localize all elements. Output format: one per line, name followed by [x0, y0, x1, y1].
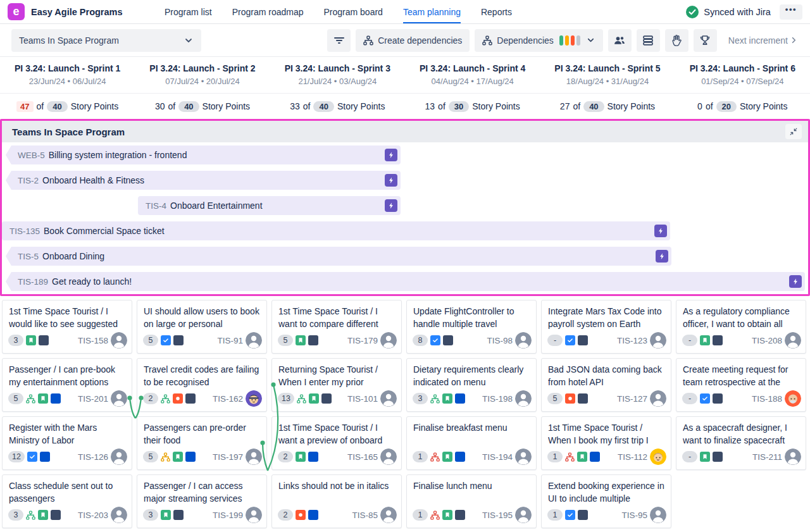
- issue-card[interactable]: 1st Time Space Tourist / I would like to…: [2, 300, 132, 354]
- issue-key: TIS-203: [78, 510, 108, 520]
- avatar[interactable]: [515, 448, 532, 465]
- issue-card[interactable]: Bad JSON data coming back from hotel API…: [541, 358, 671, 412]
- issue-card[interactable]: Integrate Mars Tax Code into payroll sys…: [541, 300, 671, 354]
- program-select[interactable]: Teams In Space Program: [11, 29, 201, 52]
- issue-card[interactable]: Passengers can pre-order their food5TIS-…: [137, 416, 267, 470]
- estimate-badge: 1: [547, 451, 563, 462]
- avatar[interactable]: [515, 507, 532, 523]
- issue-card[interactable]: Passenger / I can access major streaming…: [137, 474, 267, 528]
- issue-card-title: UI should allow users to book on large o…: [144, 306, 260, 330]
- avatar-image: [650, 507, 666, 523]
- program-bar[interactable]: TIS-2Onboard Health & Fitness: [6, 171, 401, 190]
- program-bar[interactable]: TIS-4Onboard Entertainment: [138, 196, 401, 215]
- issue-card[interactable]: Register with the Mars Ministry of Labor…: [2, 416, 132, 470]
- avatar[interactable]: [246, 507, 262, 523]
- issue-card[interactable]: As a spacecraft designer, I want to fina…: [676, 416, 806, 470]
- issue-card-footer: 2TIS-165: [278, 448, 397, 465]
- avatar[interactable]: [380, 390, 397, 407]
- dependency-icon: [161, 452, 170, 462]
- swimlanes-button[interactable]: [637, 29, 660, 52]
- issue-card[interactable]: 1st Time Space Tourist / I want a previe…: [271, 416, 402, 470]
- create-dependencies-button[interactable]: Create dependencies: [356, 29, 470, 52]
- avatar[interactable]: [650, 332, 666, 349]
- tab-program-roadmap[interactable]: Program roadmap: [232, 0, 304, 23]
- program-bar[interactable]: WEB-5Billing system integration - fronte…: [6, 145, 401, 164]
- issue-card[interactable]: Finalise breakfast menu1TIS-194: [406, 416, 537, 470]
- story-glyph: [444, 512, 451, 518]
- avatar[interactable]: [515, 332, 532, 349]
- issue-card-footer: 5TIS-201: [8, 390, 127, 407]
- issue-card-footer: 1TIS-112: [547, 448, 666, 465]
- issue-card[interactable]: Travel credit codes are failing to be re…: [137, 358, 267, 412]
- avatar[interactable]: [785, 332, 801, 349]
- avatar[interactable]: [380, 332, 397, 349]
- dependencies-button[interactable]: Dependencies: [475, 29, 603, 52]
- sprint-header[interactable]: PI 3.24: Launch - Sprint 321/Jul/24 • 03…: [270, 57, 405, 93]
- avatar[interactable]: [111, 390, 127, 407]
- filter-button[interactable]: [327, 29, 351, 52]
- sprint-header[interactable]: PI 3.24: Launch - Sprint 404/Aug/24 • 17…: [405, 57, 540, 93]
- issue-card[interactable]: Links should not be in italics2TIS-85: [271, 474, 402, 528]
- issue-card-title: Passengers can pre-order their food: [144, 422, 260, 447]
- sitemap-icon: [161, 394, 170, 404]
- next-increment-label: Next increment: [728, 35, 788, 46]
- next-increment-link[interactable]: Next increment: [728, 35, 799, 46]
- issue-card[interactable]: UI should allow users to book on large o…: [137, 300, 267, 354]
- sprint-column: As a regulatory compliance officer, I wa…: [676, 300, 806, 528]
- issue-card[interactable]: Returning Space Tourist / When I enter m…: [271, 358, 402, 412]
- avatar[interactable]: [650, 390, 666, 407]
- avatar[interactable]: [246, 448, 262, 465]
- more-menu-button[interactable]: •••: [780, 4, 802, 20]
- status-square: [173, 510, 184, 520]
- sprint-header[interactable]: PI 3.24: Launch - Sprint 123/Jun/24 • 06…: [0, 57, 135, 93]
- issue-card[interactable]: Finalise lunch menu1TIS-195: [406, 474, 537, 528]
- avatar-emoji[interactable]: [785, 390, 801, 407]
- avatar[interactable]: [380, 507, 397, 523]
- avatar[interactable]: [246, 332, 262, 349]
- avatar[interactable]: [380, 448, 397, 465]
- issue-card[interactable]: Dietary requirements clearly indicated o…: [406, 358, 537, 412]
- sprint-points: 30of40Story Points: [135, 94, 270, 119]
- sprint-header[interactable]: PI 3.24: Launch - Sprint 518/Aug/24 • 31…: [540, 57, 675, 93]
- sprint-header[interactable]: PI 3.24: Launch - Sprint 601/Sep/24 • 07…: [675, 57, 810, 93]
- avatar[interactable]: [650, 507, 666, 523]
- avatar[interactable]: [785, 448, 801, 465]
- avatar[interactable]: [111, 332, 127, 349]
- program-bar[interactable]: TIS-5Onboard Dining: [6, 247, 671, 266]
- objectives-button[interactable]: [694, 29, 717, 52]
- tab-program-list[interactable]: Program list: [165, 0, 212, 23]
- avatar[interactable]: [111, 448, 127, 465]
- tab-program-board[interactable]: Program board: [324, 0, 383, 23]
- avatar[interactable]: [111, 507, 127, 523]
- vote-button[interactable]: [665, 29, 688, 52]
- issue-card[interactable]: As a regulatory compliance officer, I wa…: [676, 300, 806, 354]
- collapse-button[interactable]: [785, 124, 802, 139]
- issue-card[interactable]: Update FlightController to handle multip…: [406, 300, 537, 354]
- avatar-image: [785, 390, 801, 407]
- issue-key: TIS-127: [617, 394, 647, 404]
- sitemap-icon: [297, 394, 306, 404]
- sprint-header[interactable]: PI 3.24: Launch - Sprint 207/Jul/24 • 20…: [135, 57, 270, 93]
- issue-card-title: 1st Time Space Tourist / I want to compa…: [278, 306, 395, 330]
- status-square: [185, 393, 196, 404]
- issue-card[interactable]: Create meeting request for team retrospe…: [676, 358, 806, 412]
- program-bar[interactable]: TIS-189Get ready to launch!: [6, 272, 805, 291]
- issue-card[interactable]: 1st Time Space Tourist / When I book my …: [541, 416, 671, 470]
- issue-card[interactable]: Passenger / I can pre-book my entertainm…: [2, 358, 132, 412]
- avatar-emoji[interactable]: [650, 448, 666, 465]
- sitemap-icon: [482, 35, 492, 46]
- story-glyph: [297, 454, 304, 460]
- estimate-badge: 12: [8, 451, 25, 462]
- issue-card[interactable]: Extend booking experience in UI to inclu…: [541, 474, 671, 528]
- teams-button[interactable]: [608, 29, 632, 52]
- issue-key: TIS-198: [482, 394, 513, 404]
- issue-card[interactable]: Class schedule sent out to passengers3TI…: [2, 474, 132, 528]
- avatar-emoji[interactable]: [246, 390, 262, 407]
- tab-reports[interactable]: Reports: [481, 0, 512, 23]
- tab-team-planning[interactable]: Team planning: [403, 0, 461, 23]
- issue-card[interactable]: 1st Time Space Tourist / I want to compa…: [271, 300, 402, 354]
- issue-card-title: Finalise lunch menu: [413, 480, 530, 493]
- epic-icon: [656, 250, 668, 263]
- program-bar[interactable]: TIS-135Book Commercial Space ticket: [2, 221, 670, 240]
- avatar[interactable]: [515, 390, 532, 407]
